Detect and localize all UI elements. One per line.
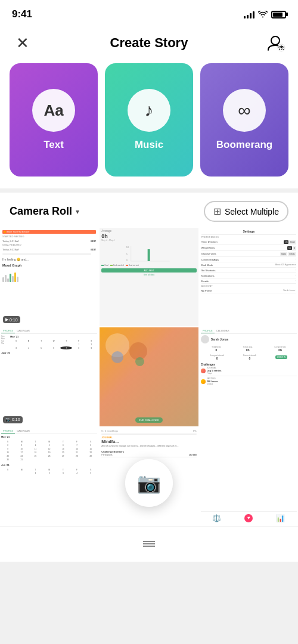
chart-svg: 10 5 0 bbox=[101, 243, 196, 264]
gallery-item[interactable]: 🟠 Share Your Fast Breaker STARTED FASTIN… bbox=[0, 228, 98, 326]
thumbnail-content: 🟠 Share Your Fast Breaker STARTED FASTIN… bbox=[0, 228, 98, 326]
color-blob bbox=[111, 351, 123, 363]
gallery-item[interactable]: PROFILE CALENDAR May '21 SMTWTFS 2345678… bbox=[0, 428, 98, 526]
svg-text:10: 10 bbox=[126, 246, 129, 249]
gallery-item[interactable]: END CHALLENGE bbox=[100, 327, 198, 426]
story-card-text[interactable]: Aa Text bbox=[10, 63, 98, 177]
close-icon: ✕ bbox=[16, 35, 29, 51]
battery-icon bbox=[271, 11, 286, 18]
close-button[interactable]: ✕ bbox=[12, 32, 33, 54]
gallery-item[interactable]: PROFILE CALENDAR Sarah Jonas Total fasts… bbox=[200, 327, 298, 426]
gallery-item[interactable]: ⚖️ ♥ 📊 bbox=[200, 428, 298, 526]
svg-point-0 bbox=[271, 36, 280, 45]
camera-roll-dropdown[interactable]: Camera Roll ▾ bbox=[10, 205, 79, 218]
select-multiple-label: Select Multiple bbox=[225, 207, 279, 216]
text-card-label: Text bbox=[44, 139, 64, 151]
challenge-badge: END CHALLENGE bbox=[135, 417, 163, 423]
page-title: Create Story bbox=[110, 35, 188, 51]
thumbnail-content: Settings PREFERENCES Timer Direction Up … bbox=[200, 228, 298, 326]
select-multiple-icon: ⊞ bbox=[213, 206, 221, 217]
music-card-label: Music bbox=[135, 139, 163, 151]
story-cards-row: Aa Text ♪ Music ∞ Boomerang bbox=[10, 63, 288, 177]
video-camera-icon: 📷 bbox=[5, 417, 11, 422]
status-time: 9:41 bbox=[12, 8, 32, 20]
story-card-music[interactable]: ♪ Music bbox=[105, 63, 193, 177]
thumbnail-content: PROFILE CALENDAR SunMonTueThu May '21 SM… bbox=[0, 327, 98, 426]
gallery-item[interactable]: PROFILE CALENDAR SunMonTueThu May '21 SM… bbox=[0, 327, 98, 426]
thumbnail-content: ⚖️ ♥ 📊 bbox=[200, 428, 298, 526]
thumbnail-content: PROFILE CALENDAR Sarah Jonas Total fasts… bbox=[200, 327, 298, 426]
profile-settings-button[interactable] bbox=[265, 32, 286, 54]
camera-icon: 📷 bbox=[137, 472, 161, 494]
text-icon-circle: Aa bbox=[32, 89, 75, 132]
story-card-boomerang[interactable]: ∞ Boomerang bbox=[200, 63, 288, 177]
wifi-icon bbox=[258, 11, 268, 18]
status-icons bbox=[244, 10, 286, 18]
gallery-item[interactable]: Average 0h May 4 - May 4 10 5 0 Goal bbox=[100, 228, 198, 326]
gallery-wrapper: 🟠 Share Your Fast Breaker STARTED FASTIN… bbox=[0, 228, 298, 526]
boomerang-icon: ∞ bbox=[238, 100, 250, 120]
signal-icon bbox=[244, 10, 254, 18]
boomerang-icon-circle: ∞ bbox=[223, 89, 266, 132]
bottom-bar bbox=[0, 526, 298, 562]
chevron-down-icon: ▾ bbox=[76, 208, 79, 216]
svg-rect-5 bbox=[148, 249, 150, 261]
camera-capture-button[interactable]: 📷 bbox=[125, 459, 173, 507]
music-icon-circle: ♪ bbox=[128, 89, 170, 132]
svg-point-2 bbox=[281, 47, 283, 48]
story-cards-section: Aa Text ♪ Music ∞ Boomerang bbox=[0, 63, 298, 188]
svg-text:0: 0 bbox=[126, 259, 128, 262]
status-bar: 9:41 bbox=[0, 0, 298, 26]
bottom-bar-icon bbox=[143, 540, 155, 548]
color-blob bbox=[135, 357, 144, 366]
gallery-item[interactable]: Settings PREFERENCES Timer Direction Up … bbox=[200, 228, 298, 326]
thumbnail-content: Average 0h May 4 - May 4 10 5 0 Goal bbox=[100, 228, 198, 326]
camera-roll-header: Camera Roll ▾ ⊞ Select Multiple bbox=[0, 192, 298, 228]
music-icon: ♪ bbox=[145, 100, 154, 120]
video-duration-badge: 📷 0:10 bbox=[3, 416, 23, 423]
text-icon: Aa bbox=[44, 101, 63, 120]
video-icon: ▶ bbox=[5, 317, 8, 322]
boomerang-card-label: Boomerang bbox=[216, 139, 272, 151]
svg-text:5: 5 bbox=[126, 253, 128, 256]
thumbnail-content: PROFILE CALENDAR May '21 SMTWTFS 2345678… bbox=[0, 428, 98, 526]
video-duration: ▶ 0:10 bbox=[3, 316, 20, 323]
camera-roll-title: Camera Roll bbox=[10, 205, 72, 218]
profile-gear-icon bbox=[265, 32, 286, 54]
select-multiple-button[interactable]: ⊞ Select Multiple bbox=[204, 201, 288, 222]
header: ✕ Create Story bbox=[0, 26, 298, 63]
